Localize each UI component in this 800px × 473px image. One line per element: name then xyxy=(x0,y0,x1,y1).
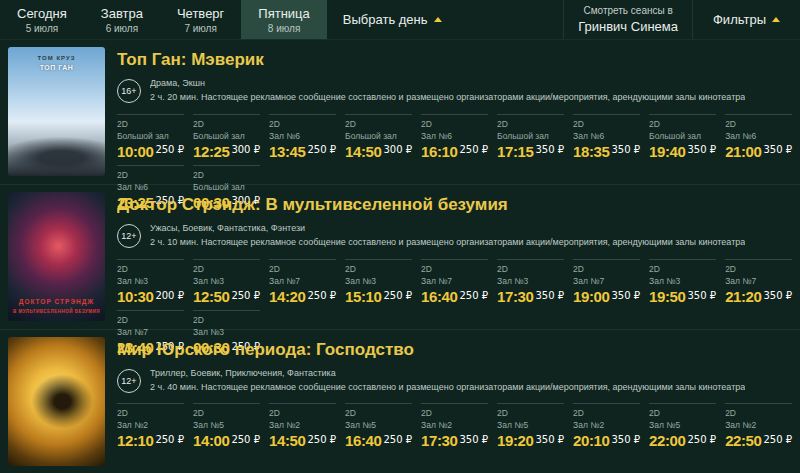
session-card[interactable]: 2D Зал №3 15:10 250 ₽ xyxy=(345,259,412,305)
session-hall: Зал №6 xyxy=(117,182,184,192)
movie-title[interactable]: Топ Ган: Мэверик xyxy=(117,50,788,70)
day-tab-date: 6 июля xyxy=(106,23,138,34)
session-card[interactable]: 2D Зал №7 21:20 350 ₽ xyxy=(725,259,792,305)
session-card[interactable]: 2D Большой зал 10:00 250 ₽ xyxy=(117,114,184,160)
session-card[interactable]: 2D Зал №6 18:35 350 ₽ xyxy=(573,114,640,160)
cinema-selector[interactable]: Смотреть сеансы в Гринвич Синема xyxy=(563,0,693,39)
session-time: 12:25 xyxy=(193,143,229,160)
session-card[interactable]: 2D Зал №5 19:20 350 ₽ xyxy=(497,403,564,449)
session-card[interactable]: 2D Большой зал 14:50 300 ₽ xyxy=(345,114,412,160)
movie-details: 2 ч. 20 мин. Настоящее рекламное сообщен… xyxy=(150,91,745,105)
session-hall: Зал №3 xyxy=(193,276,260,286)
age-rating-badge: 16+ xyxy=(117,79,141,103)
day-tab[interactable]: Пятница 8 июля xyxy=(241,0,326,39)
session-card[interactable]: 2D Зал №7 16:40 250 ₽ xyxy=(421,259,488,305)
movie-poster[interactable]: ТОМ КРУЗ ТОП ГАН xyxy=(8,47,105,176)
filters-label: Фильтры xyxy=(713,12,766,27)
movie-meta-lines: Триллер, Боевик, Приключения, Фантастика… xyxy=(150,367,745,395)
session-hall: Зал №7 xyxy=(573,276,640,286)
session-card[interactable]: 2D Зал №3 10:30 200 ₽ xyxy=(117,259,184,305)
session-time: 13:45 xyxy=(269,143,305,160)
session-card[interactable]: 2D Зал №7 14:20 250 ₽ xyxy=(269,259,336,305)
session-card[interactable]: 2D Зал №2 17:30 350 ₽ xyxy=(421,403,488,449)
movie-meta-lines: Драма, Экшн 2 ч. 20 мин. Настоящее рекла… xyxy=(150,77,745,105)
day-tab[interactable]: Завтра 6 июля xyxy=(84,0,160,39)
session-time: 17:15 xyxy=(497,143,533,160)
session-timeline: 13:45 250 ₽ xyxy=(269,143,336,160)
session-card[interactable]: 2D Зал №5 22:00 250 ₽ xyxy=(649,403,716,449)
poster-text-line2: В МУЛЬТИВСЕЛЕННОЙ БЕЗУМИЯ xyxy=(8,309,105,314)
session-hall: Зал №6 xyxy=(269,131,336,141)
cinema-selector-name: Гринвич Синема xyxy=(578,19,678,34)
movie-poster[interactable]: ДОКТОР СТРЭНДЖ В МУЛЬТИВСЕЛЕННОЙ БЕЗУМИЯ xyxy=(8,192,105,321)
movie-meta: 16+ Драма, Экшн 2 ч. 20 мин. Настоящее р… xyxy=(117,77,788,105)
choose-day-button[interactable]: Выбрать день xyxy=(327,0,458,39)
poster-text-line2: ТОП ГАН xyxy=(8,64,105,71)
session-card[interactable]: 2D Зал №5 14:00 250 ₽ xyxy=(193,403,260,449)
session-timeline: 18:35 350 ₽ xyxy=(573,143,640,160)
session-card[interactable]: 2D Большой зал 19:40 350 ₽ xyxy=(649,114,716,160)
session-card[interactable]: 2D Зал №5 16:40 250 ₽ xyxy=(345,403,412,449)
session-hall: Зал №5 xyxy=(193,420,260,430)
session-format: 2D xyxy=(421,119,488,129)
session-time: 16:40 xyxy=(421,288,457,305)
session-timeline: 16:40 250 ₽ xyxy=(345,432,412,449)
session-format: 2D xyxy=(345,408,412,418)
poster-text-line1: ДОКТОР СТРЭНДЖ xyxy=(8,298,105,305)
session-format: 2D xyxy=(193,170,260,180)
session-card[interactable]: 2D Зал №6 16:10 250 ₽ xyxy=(421,114,488,160)
session-card[interactable]: 2D Зал №6 21:00 350 ₽ xyxy=(725,114,792,160)
session-format: 2D xyxy=(573,119,640,129)
session-card[interactable]: 2D Зал №3 12:50 250 ₽ xyxy=(193,259,260,305)
session-time: 10:00 xyxy=(117,143,153,160)
session-format: 2D xyxy=(421,408,488,418)
movie-meta-lines: Ужасы, Боевик, Фантастика, Фэнтези 2 ч. … xyxy=(150,222,745,250)
session-time: 19:50 xyxy=(649,288,685,305)
session-timeline: 10:30 200 ₽ xyxy=(117,288,184,305)
movie-title[interactable]: Доктор Стрэндж: В мультивселенной безуми… xyxy=(117,195,788,215)
session-format: 2D xyxy=(497,119,564,129)
session-timeline: 15:10 250 ₽ xyxy=(345,288,412,305)
session-format: 2D xyxy=(193,315,260,325)
session-format: 2D xyxy=(725,408,792,418)
session-hall: Зал №6 xyxy=(421,131,488,141)
movie-meta: 12+ Триллер, Боевик, Приключения, Фантас… xyxy=(117,367,788,395)
session-format: 2D xyxy=(269,264,336,274)
day-tab-label: Завтра xyxy=(101,6,143,21)
day-tab-label: Сегодня xyxy=(17,6,67,21)
movie-section: Мир Юрского периода: Господство 12+ Трил… xyxy=(0,329,800,473)
session-card[interactable]: 2D Большой зал 17:15 350 ₽ xyxy=(497,114,564,160)
session-timeline: 17:30 350 ₽ xyxy=(421,432,488,449)
session-time: 19:20 xyxy=(497,432,533,449)
session-card[interactable]: 2D Зал №6 13:45 250 ₽ xyxy=(269,114,336,160)
movie-content: Доктор Стрэндж: В мультивселенной безуми… xyxy=(105,192,800,328)
session-price: 250 ₽ xyxy=(307,144,336,155)
session-hall: Зал №2 xyxy=(573,420,640,430)
session-format: 2D xyxy=(345,264,412,274)
session-price: 350 ₽ xyxy=(535,144,564,155)
session-timeline: 16:40 250 ₽ xyxy=(421,288,488,305)
day-tab[interactable]: Сегодня 5 июля xyxy=(0,0,84,39)
movie-poster[interactable] xyxy=(8,337,105,466)
session-card[interactable]: 2D Зал №3 19:50 350 ₽ xyxy=(649,259,716,305)
session-card[interactable]: 2D Зал №7 19:00 350 ₽ xyxy=(573,259,640,305)
session-time: 22:50 xyxy=(725,432,761,449)
session-card[interactable]: 2D Большой зал 12:25 300 ₽ xyxy=(193,114,260,160)
session-hall: Зал №5 xyxy=(345,420,412,430)
session-price: 250 ₽ xyxy=(383,290,412,301)
session-card[interactable]: 2D Зал №2 12:10 250 ₽ xyxy=(117,403,184,449)
day-tab-label: Четверг xyxy=(177,6,224,21)
session-price: 250 ₽ xyxy=(383,434,412,445)
session-timeline: 17:15 350 ₽ xyxy=(497,143,564,160)
session-card[interactable]: 2D Зал №2 22:50 250 ₽ xyxy=(725,403,792,449)
age-rating-badge: 12+ xyxy=(117,224,141,248)
session-card[interactable]: 2D Зал №3 17:30 350 ₽ xyxy=(497,259,564,305)
session-timeline: 22:00 250 ₽ xyxy=(649,432,716,449)
movie-title[interactable]: Мир Юрского периода: Господство xyxy=(117,340,788,360)
top-bar: Сегодня 5 июля Завтра 6 июля Четверг 7 и… xyxy=(0,0,800,40)
day-tab[interactable]: Четверг 7 июля xyxy=(160,0,241,39)
filters-button[interactable]: Фильтры xyxy=(693,0,800,39)
day-tabs: Сегодня 5 июля Завтра 6 июля Четверг 7 и… xyxy=(0,0,327,39)
session-card[interactable]: 2D Зал №2 14:50 250 ₽ xyxy=(269,403,336,449)
session-card[interactable]: 2D Зал №2 20:10 350 ₽ xyxy=(573,403,640,449)
